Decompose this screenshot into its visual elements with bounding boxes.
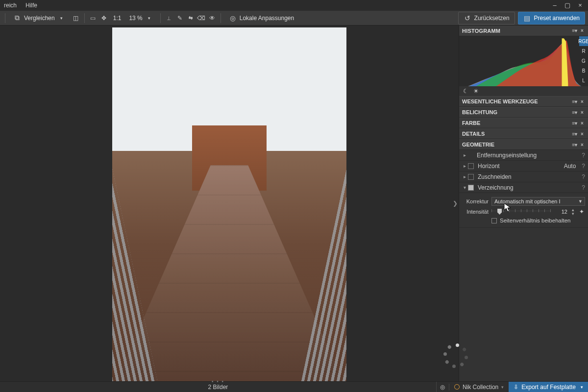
histogram-header[interactable]: HISTOGRAMM ≡▾ ×: [459, 25, 588, 36]
horizon-auto-button[interactable]: Auto: [564, 163, 579, 170]
expand-caret-icon[interactable]: ▸: [461, 152, 468, 158]
section-detail[interactable]: DETAILS ≡▾×: [459, 128, 588, 139]
right-sidebar: HISTOGRAMM ≡▾ × RGB R G B L ☾: [459, 25, 588, 381]
loading-spinner-icon: [444, 344, 467, 368]
histogram-channel-g[interactable]: G: [579, 56, 588, 66]
auto-wand-icon[interactable]: ✦: [578, 208, 585, 215]
reset-button[interactable]: ↺ Zurücksetzen: [458, 12, 515, 24]
section-exposure[interactable]: BELICHTUNG ≡▾×: [459, 107, 588, 118]
fit-icon[interactable]: ▭: [89, 14, 98, 23]
panel-close-icon[interactable]: ×: [579, 120, 585, 126]
zoom-1to1-button[interactable]: 1:1: [110, 13, 124, 23]
horizon-tool-icon[interactable]: ⇆: [186, 14, 195, 23]
nik-ring-icon: [454, 384, 460, 390]
apply-preset-button[interactable]: ▤ Preset anwenden: [518, 12, 585, 24]
geometry-distortion-label: Verzeichnung: [478, 184, 514, 191]
panel-menu-icon[interactable]: ≡▾: [572, 131, 578, 137]
shadow-clipping-icon[interactable]: ☾: [463, 88, 468, 95]
correction-value: Automatisch mit optischen I: [494, 198, 561, 204]
move-icon[interactable]: ✥: [99, 14, 108, 23]
panel-close-icon[interactable]: ×: [579, 98, 585, 104]
histogram-channel-rgb[interactable]: RGB: [579, 36, 588, 46]
image-viewer[interactable]: ❯: [0, 25, 459, 381]
compare-label: Vergleichen: [24, 15, 55, 22]
panel-menu-icon[interactable]: ≡▾: [572, 28, 578, 34]
intensity-slider[interactable]: [491, 208, 551, 216]
main-area: ❯ HISTOGRAMM ≡▾ × RGB R G B L: [0, 25, 588, 381]
zoom-percent-value: 13 %: [129, 15, 142, 22]
panel-close-icon[interactable]: ×: [579, 28, 585, 34]
close-window-button[interactable]: ×: [577, 2, 583, 8]
section-essential[interactable]: WESENTLICHE WERKZEUGE ≡▾×: [459, 96, 588, 107]
intensity-value[interactable]: 12: [554, 209, 567, 215]
geometry-crop-label: Zuschneiden: [478, 173, 512, 180]
chevron-down-icon: ▼: [578, 199, 583, 204]
collapse-caret-icon[interactable]: ▾: [461, 185, 468, 190]
histogram-channel-r[interactable]: R: [579, 46, 588, 56]
nik-label: Nik Collection: [463, 384, 498, 391]
chevron-down-icon: ▾: [146, 14, 153, 22]
local-adjustments-button[interactable]: ◎ Lokale Anpassungen: [225, 13, 298, 24]
zoom-percent-dropdown[interactable]: 13 % ▾: [126, 13, 156, 24]
panel-menu-icon[interactable]: ≡▾: [572, 109, 578, 115]
chevron-down-icon: ▾: [501, 385, 504, 390]
section-color[interactable]: FARBE ≡▾×: [459, 118, 588, 128]
expand-caret-icon[interactable]: ▸: [461, 174, 468, 179]
preview-image: [112, 27, 346, 390]
export-button[interactable]: ⇩ Export auf Festplatte ▾: [509, 382, 588, 392]
keep-aspect-checkbox[interactable]: Seitenverhältnis beibehalten: [491, 218, 585, 223]
panel-close-icon[interactable]: ×: [579, 142, 585, 147]
maximize-button[interactable]: ▢: [564, 2, 570, 8]
toolbar: ⧉ Vergleichen ▾ ◫ ▭ ✥ 1:1 13 % ▾ ⟂ ✎ ⇆ ⌫…: [0, 11, 588, 25]
crop-tool-icon[interactable]: ⟂: [165, 14, 173, 23]
histogram-channel-l[interactable]: L: [579, 75, 588, 85]
expand-panel-handle[interactable]: ❯: [452, 197, 459, 210]
checkbox-icon: [491, 218, 497, 223]
panel-menu-icon[interactable]: ≡▾: [572, 98, 578, 104]
enable-checkbox[interactable]: [468, 185, 474, 191]
local-adjustments-label: Lokale Anpassungen: [240, 15, 294, 22]
chevron-down-icon: ▾: [581, 385, 583, 390]
highlight-clipping-icon[interactable]: ☀: [473, 88, 479, 95]
panel-close-icon[interactable]: ×: [579, 109, 585, 115]
side-by-side-icon[interactable]: ◫: [72, 14, 80, 23]
geometry-crop-row[interactable]: ▸ Zuschneiden ?: [459, 172, 588, 182]
drag-handle-icon[interactable]: • • •: [212, 379, 224, 384]
help-icon[interactable]: ?: [582, 184, 585, 191]
correction-label: Korrektur: [462, 198, 489, 204]
correction-dropdown[interactable]: Automatisch mit optischen I ▼: [491, 197, 585, 206]
geometry-distortion-row[interactable]: ▾ Verzeichnung ?: [459, 182, 588, 193]
menu-bar: reich Hilfe – ▢ ×: [0, 0, 588, 11]
expand-caret-icon[interactable]: ▸: [461, 163, 468, 169]
help-icon[interactable]: ?: [582, 152, 585, 159]
chevron-down-icon: ▾: [58, 14, 66, 22]
section-geometry[interactable]: GEOMETRIE ≡▾×: [459, 139, 588, 150]
nik-collection-button[interactable]: Nik Collection ▾: [449, 384, 509, 391]
help-icon[interactable]: ?: [582, 173, 585, 180]
geometry-horizon-row[interactable]: ▸ Horizont Auto ?: [459, 161, 588, 172]
geometry-horizon-label: Horizont: [478, 163, 500, 170]
preview-eye-icon[interactable]: 👁: [208, 14, 217, 23]
panel-menu-icon[interactable]: ≡▾: [572, 142, 578, 147]
histogram-channels: RGB R G B L: [579, 36, 588, 85]
enable-checkbox[interactable]: [468, 163, 474, 169]
preset-icon: ▤: [523, 14, 531, 22]
status-target-icon[interactable]: ◎: [436, 382, 449, 392]
status-bar: • • • 2 Bilder ◎ Nik Collection ▾ ⇩ Expo…: [0, 381, 588, 392]
compare-button[interactable]: ⧉ Vergleichen ▾: [9, 13, 70, 24]
intensity-stepper[interactable]: ▴▾: [570, 208, 575, 216]
menu-item-bereich[interactable]: reich: [4, 2, 17, 9]
geometry-distance-row[interactable]: ▸ Entfernungseinstellung ?: [459, 150, 588, 161]
histogram-clipping-toggles: ☾ ☀: [459, 86, 588, 96]
undo-icon: ↺: [464, 14, 471, 22]
repair-tool-icon[interactable]: ⌫: [197, 14, 206, 23]
panel-menu-icon[interactable]: ≡▾: [572, 120, 578, 126]
histogram-channel-b[interactable]: B: [579, 66, 588, 75]
help-icon[interactable]: ?: [582, 163, 585, 170]
panel-close-icon[interactable]: ×: [579, 131, 585, 137]
menu-item-hilfe[interactable]: Hilfe: [25, 2, 37, 9]
minimize-button[interactable]: –: [552, 2, 558, 8]
export-label: Export auf Festplatte: [521, 384, 576, 391]
enable-checkbox[interactable]: [468, 174, 474, 180]
eyedropper-icon[interactable]: ✎: [175, 14, 184, 23]
